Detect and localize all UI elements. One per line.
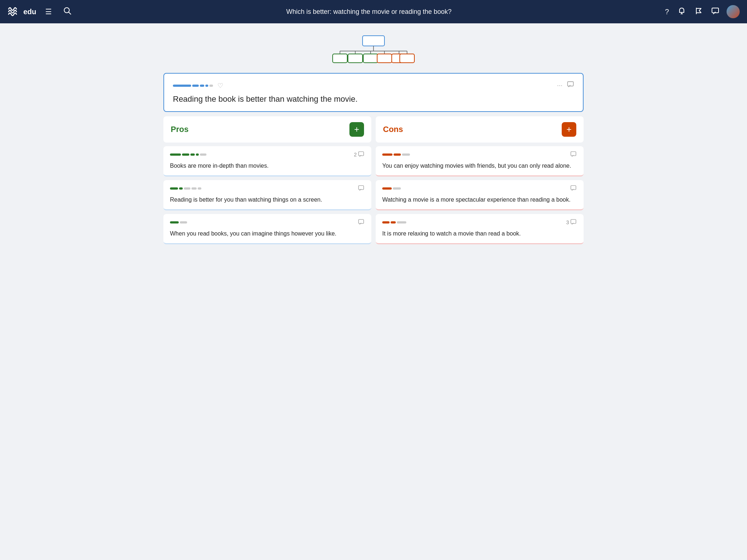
- pros-column: Pros + 2: [163, 116, 371, 248]
- con-1-seg-1: [382, 153, 392, 156]
- claim-rating-bar: [173, 85, 213, 87]
- menu-icon[interactable]: ☰: [42, 4, 55, 19]
- svg-rect-6: [363, 36, 384, 46]
- add-con-button[interactable]: +: [562, 122, 576, 137]
- con-card-1: You can enjoy watching movies with frien…: [376, 146, 584, 176]
- con-3-rating-bar: [382, 221, 406, 223]
- con-card-3: 3 It is more relaxing to watch a movie t…: [376, 214, 584, 244]
- con-card-1-header: [382, 151, 577, 158]
- app-header: edu ☰ Which is better: watching the movi…: [0, 0, 747, 23]
- con-1-seg-3: [402, 153, 410, 156]
- claim-text: Reading the book is better than watching…: [173, 94, 574, 104]
- like-icon[interactable]: ♡: [217, 82, 223, 90]
- pro-2-seg-1: [170, 187, 178, 190]
- cons-header: Cons +: [376, 116, 584, 143]
- svg-rect-21: [568, 82, 573, 86]
- claim-header-right: ···: [557, 81, 574, 90]
- svg-rect-16: [377, 54, 392, 63]
- pro-card-3-text: When you read books, you can imagine thi…: [170, 229, 365, 238]
- pros-header: Pros +: [163, 116, 371, 143]
- pro-1-comment-count[interactable]: 2: [354, 151, 365, 158]
- add-pro-button[interactable]: +: [349, 122, 364, 137]
- con-2-comment-count[interactable]: [570, 185, 577, 192]
- pro-2-seg-2: [179, 187, 183, 190]
- con-card-3-header: 3: [382, 219, 577, 226]
- con-2-seg-2: [393, 187, 401, 190]
- con-3-comment-count[interactable]: 3: [566, 219, 577, 226]
- rating-seg-4: [205, 85, 208, 87]
- pro-card-1-text: Books are more in-depth than movies.: [170, 162, 365, 170]
- cons-label: Cons: [383, 125, 403, 134]
- pro-2-rating-bar: [170, 187, 201, 190]
- pro-card-1: 2 Books are more in-depth than movies.: [163, 146, 371, 176]
- con-1-seg-2: [394, 153, 401, 156]
- con-3-seg-1: [382, 221, 390, 223]
- diagram-area: [0, 23, 747, 73]
- rating-seg-1: [173, 85, 191, 87]
- pro-card-3-header: [170, 219, 365, 226]
- con-2-rating-bar: [382, 187, 401, 190]
- avatar[interactable]: [727, 5, 740, 18]
- pro-2-seg-5: [198, 187, 201, 190]
- pro-3-rating-bar: [170, 221, 187, 223]
- pro-card-3: When you read books, you can imagine thi…: [163, 214, 371, 244]
- pro-1-seg-1: [170, 153, 181, 156]
- pros-label: Pros: [171, 125, 189, 134]
- pro-3-seg-1: [170, 221, 179, 223]
- logo-icon: [7, 5, 20, 18]
- svg-line-1: [69, 12, 71, 14]
- pro-3-comment-count[interactable]: [358, 219, 365, 226]
- logo: edu: [7, 5, 36, 18]
- con-card-1-text: You can enjoy watching movies with frien…: [382, 162, 577, 170]
- claim-card: ♡ ··· Reading the book is better than wa…: [163, 73, 584, 112]
- pro-card-2-header: [170, 185, 365, 192]
- con-card-2: Watching a movie is a more spectacular e…: [376, 180, 584, 210]
- svg-rect-10: [333, 54, 347, 63]
- claim-header-left: ♡: [173, 82, 223, 90]
- con-3-seg-3: [397, 221, 406, 223]
- pro-2-comment-count[interactable]: [358, 185, 365, 192]
- flag-icon[interactable]: [693, 5, 704, 18]
- pros-cons-columns: Pros + 2: [163, 116, 584, 248]
- page-title: Which is better: watching the movie or r…: [80, 8, 658, 16]
- pro-1-seg-5: [200, 153, 206, 156]
- pro-2-seg-4: [191, 187, 197, 190]
- notification-icon[interactable]: [676, 5, 687, 18]
- svg-rect-14: [363, 54, 378, 63]
- comment-icon[interactable]: [567, 81, 574, 90]
- pro-1-rating-bar: [170, 153, 206, 156]
- more-options-icon[interactable]: ···: [557, 82, 562, 89]
- claim-card-header: ♡ ···: [173, 81, 574, 90]
- pro-card-2: Reading is better for you than watching …: [163, 180, 371, 210]
- con-2-seg-1: [382, 187, 392, 190]
- cons-column: Cons +: [376, 116, 584, 248]
- svg-rect-20: [400, 54, 414, 63]
- header-icons: ?: [663, 5, 740, 18]
- con-card-3-text: It is more relaxing to watch a movie tha…: [382, 229, 577, 238]
- pro-2-seg-3: [184, 187, 190, 190]
- svg-rect-12: [348, 54, 363, 63]
- pro-1-seg-3: [190, 153, 195, 156]
- pro-card-2-text: Reading is better for you than watching …: [170, 195, 365, 204]
- search-icon[interactable]: [61, 4, 74, 20]
- concept-map-diagram: [326, 35, 421, 64]
- help-icon[interactable]: ?: [663, 6, 670, 18]
- con-card-2-text: Watching a movie is a more spectacular e…: [382, 195, 577, 204]
- main-content: ♡ ··· Reading the book is better than wa…: [155, 73, 592, 257]
- con-3-seg-2: [391, 221, 396, 223]
- pro-1-seg-4: [196, 153, 199, 156]
- pro-card-1-header: 2: [170, 151, 365, 158]
- logo-text: edu: [23, 8, 36, 16]
- pro-3-seg-2: [180, 221, 187, 223]
- rating-seg-2: [192, 85, 199, 87]
- con-1-rating-bar: [382, 153, 410, 156]
- chat-icon[interactable]: [710, 5, 721, 18]
- rating-seg-5: [209, 85, 213, 87]
- con-1-comment-count[interactable]: [570, 151, 577, 158]
- rating-seg-3: [200, 85, 204, 87]
- pro-1-seg-2: [182, 153, 189, 156]
- con-card-2-header: [382, 185, 577, 192]
